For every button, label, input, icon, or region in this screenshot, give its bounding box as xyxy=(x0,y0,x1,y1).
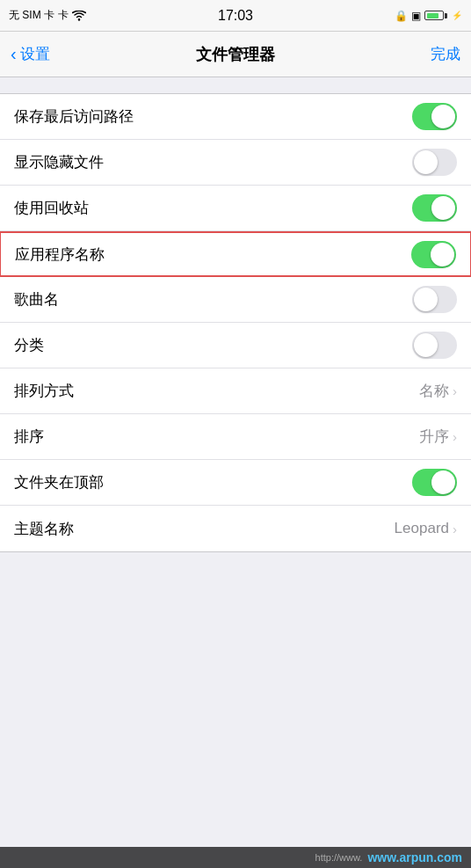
toggle-knob xyxy=(414,150,438,174)
settings-row[interactable]: 排序升序› xyxy=(0,414,471,460)
row-value: 升序› xyxy=(419,427,457,447)
row-label: 主题名称 xyxy=(14,519,74,539)
chevron-right-icon: › xyxy=(453,522,457,536)
settings-row[interactable]: 显示隐藏文件 xyxy=(0,140,471,186)
chevron-right-icon: › xyxy=(453,383,457,398)
status-bar: 无 SIM 卡 卡 17:03 🔒 ▣ ⚡ xyxy=(0,0,471,32)
row-label: 保存最后访问路径 xyxy=(14,106,134,127)
toggle-switch[interactable] xyxy=(412,194,457,222)
toggle-switch[interactable] xyxy=(411,241,456,268)
settings-row[interactable]: 主题名称Leopard› xyxy=(0,506,471,551)
watermark-logo: www.arpun.com xyxy=(367,850,462,864)
row-label: 使用回收站 xyxy=(14,198,89,218)
row-value-text: Leopard xyxy=(395,520,449,537)
toggle-switch[interactable] xyxy=(412,103,457,130)
status-left: 无 SIM 卡 卡 xyxy=(9,8,86,23)
row-label: 排列方式 xyxy=(14,381,74,401)
nav-title: 文件管理器 xyxy=(196,44,275,65)
screen-icon: ▣ xyxy=(411,10,421,22)
settings-row[interactable]: 保存最后访问路径 xyxy=(0,94,471,140)
settings-group: 保存最后访问路径显示隐藏文件使用回收站应用程序名称歌曲名分类排列方式名称›排序升… xyxy=(0,93,471,552)
toggle-knob xyxy=(431,196,455,220)
toggle-knob xyxy=(414,333,438,357)
settings-content: 保存最后访问路径显示隐藏文件使用回收站应用程序名称歌曲名分类排列方式名称›排序升… xyxy=(0,77,471,552)
settings-row[interactable]: 应用程序名称 xyxy=(0,231,471,277)
row-value-text: 名称 xyxy=(419,381,449,401)
charging-icon: ⚡ xyxy=(452,11,462,20)
watermark-url: http://www. xyxy=(315,852,363,863)
wifi-icon xyxy=(72,11,86,21)
row-label: 分类 xyxy=(14,335,44,355)
status-time: 17:03 xyxy=(218,8,253,24)
row-value-text: 升序 xyxy=(419,427,449,447)
row-label: 排序 xyxy=(14,427,44,447)
svg-point-0 xyxy=(78,18,80,20)
lock-icon: 🔒 xyxy=(395,10,408,22)
row-label: 显示隐藏文件 xyxy=(14,152,104,172)
settings-row[interactable]: 排列方式名称› xyxy=(0,368,471,414)
row-value: Leopard› xyxy=(395,520,457,537)
carrier-label: 无 SIM 卡 xyxy=(9,8,54,23)
back-chevron-icon: ‹ xyxy=(11,45,17,62)
watermark: http://www. www.arpun.com xyxy=(0,847,471,868)
toggle-switch[interactable] xyxy=(412,286,457,313)
status-right: 🔒 ▣ ⚡ xyxy=(395,10,462,22)
sim-card-label: 卡 xyxy=(58,8,69,23)
toggle-knob xyxy=(431,105,455,128)
row-label: 应用程序名称 xyxy=(15,244,105,265)
settings-row[interactable]: 使用回收站 xyxy=(0,186,471,231)
row-label: 文件夹在顶部 xyxy=(14,472,104,492)
toggle-knob xyxy=(431,470,455,494)
battery-icon xyxy=(424,11,447,20)
back-label: 设置 xyxy=(20,44,50,64)
done-button[interactable]: 完成 xyxy=(431,44,460,64)
back-button[interactable]: ‹ 设置 xyxy=(11,44,50,64)
toggle-switch[interactable] xyxy=(412,149,457,176)
toggle-knob xyxy=(414,288,438,311)
toggle-knob xyxy=(431,243,454,266)
row-label: 歌曲名 xyxy=(14,289,59,310)
toggle-switch[interactable] xyxy=(412,469,457,496)
settings-row[interactable]: 文件夹在顶部 xyxy=(0,460,471,506)
settings-row[interactable]: 歌曲名 xyxy=(0,277,471,323)
toggle-switch[interactable] xyxy=(412,332,457,359)
chevron-right-icon: › xyxy=(453,429,457,444)
settings-row[interactable]: 分类 xyxy=(0,323,471,368)
row-value: 名称› xyxy=(419,381,457,401)
nav-bar: ‹ 设置 文件管理器 完成 xyxy=(0,32,471,77)
